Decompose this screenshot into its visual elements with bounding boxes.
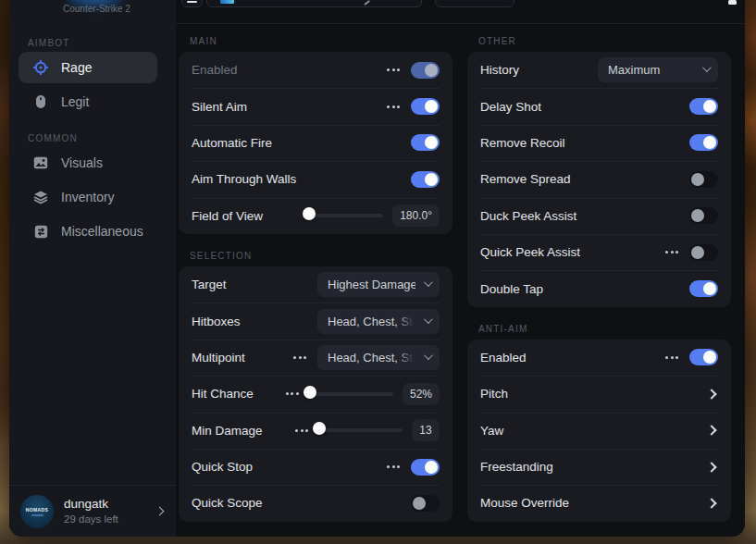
window-control-icon[interactable] (728, 0, 737, 5)
anti-aim-enabled-toggle[interactable] (689, 349, 718, 365)
remove-spread-toggle[interactable] (689, 171, 718, 188)
sidebar-item-legit[interactable]: Legit (19, 86, 157, 117)
card-selection: Target Highest Damage Hitboxes Head, Che… (179, 266, 452, 522)
weapon-icon (220, 0, 234, 4)
chevron-down-icon (424, 278, 433, 287)
section-label-selection: SELECTION (190, 251, 452, 261)
content-area: MAIN Enabled Silent Aim Automatic Fire (176, 0, 745, 537)
silent-aim-toggle[interactable] (411, 98, 440, 115)
setting-row-enabled: Enabled (179, 52, 452, 88)
enabled-toggle[interactable] (411, 62, 440, 79)
history-select[interactable]: Maximum (598, 57, 718, 82)
chevron-down-icon (702, 63, 712, 72)
setting-row-yaw[interactable]: Yaw (467, 413, 731, 449)
options-dots-icon[interactable] (387, 462, 400, 472)
setting-row-history: History Maximum (467, 52, 731, 88)
setting-row-mouse-override[interactable]: Mouse Override (467, 485, 731, 521)
setting-row-duck-peek-assist: Duck Peek Assist (467, 198, 731, 234)
delay-shot-toggle[interactable] (689, 98, 718, 115)
card-anti-aim: Enabled Pitch Yaw Freestanding (467, 340, 731, 522)
chevron-down-icon (424, 351, 433, 360)
hit-chance-slider[interactable] (310, 392, 403, 396)
options-dots-icon[interactable] (387, 65, 400, 75)
setting-row-hit-chance: Hit Chance 52% (179, 376, 452, 412)
setting-row-hitboxes: Hitboxes Head, Chest, Stom (179, 303, 452, 339)
quick-stop-toggle[interactable] (411, 459, 440, 476)
secondary-dropdown[interactable] (435, 0, 514, 7)
double-tap-toggle[interactable] (689, 280, 718, 297)
hit-chance-value: 52% (403, 383, 440, 405)
card-other: History Maximum Delay Shot Remove Recoil… (467, 52, 731, 307)
sidebar-item-rage[interactable]: Rage (19, 52, 157, 83)
min-damage-slider[interactable] (319, 428, 412, 432)
slider-knob[interactable] (303, 207, 316, 220)
min-damage-value: 13 (412, 419, 440, 441)
options-dots-icon[interactable] (665, 247, 678, 257)
game-label: Counter-Strike 2 (63, 4, 130, 14)
column-right: OTHER History Maximum Delay Shot Remove … (467, 24, 731, 522)
field-of-view-value: 180.0° (392, 204, 440, 227)
quick-scope-toggle[interactable] (411, 495, 440, 512)
chevron-right-icon[interactable] (706, 498, 716, 508)
layers-icon (33, 190, 48, 204)
config-dropdown[interactable] (206, 0, 422, 7)
user-name: dungatk (64, 497, 118, 513)
quick-peek-assist-toggle[interactable] (689, 244, 718, 261)
sidebar-section-common: COMMON (28, 133, 176, 143)
setting-row-quick-peek-assist: Quick Peek Assist (467, 234, 731, 270)
options-dots-icon[interactable] (665, 352, 678, 363)
avatar: NOMADS (20, 495, 54, 528)
sidebar-item-label: Visuals (61, 155, 103, 170)
slider-knob[interactable] (304, 386, 316, 399)
chevron-down-icon (424, 315, 433, 324)
chevron-right-icon[interactable] (706, 389, 716, 399)
chevron-right-icon[interactable] (706, 462, 716, 472)
sidebar: Counter-Strike 2 AIMBOT Rage Legit COMMO… (9, 0, 176, 537)
options-dots-icon[interactable] (286, 389, 299, 399)
chevron-right-icon[interactable] (706, 426, 716, 436)
setting-row-freestanding[interactable]: Freestanding (467, 449, 731, 485)
field-of-view-slider[interactable] (309, 214, 392, 217)
section-label-anti-aim: ANTI-AIM (478, 324, 731, 334)
subscription-days: 29 days left (64, 513, 118, 525)
cheat-menu-window: Counter-Strike 2 AIMBOT Rage Legit COMMO… (9, 0, 745, 537)
setting-row-anti-aim-enabled: Enabled (467, 340, 731, 376)
automatic-fire-toggle[interactable] (411, 134, 440, 151)
sidebar-item-label: Rage (61, 60, 92, 75)
setting-row-remove-recoil: Remove Recoil (467, 125, 731, 161)
crosshair-icon (33, 60, 48, 75)
avatar-sub-mark (31, 514, 43, 516)
logo-block: Counter-Strike 2 (9, 0, 176, 22)
setting-row-remove-spread: Remove Spread (467, 161, 731, 197)
sidebar-section-aimbot: AIMBOT (28, 38, 176, 48)
options-dots-icon[interactable] (293, 352, 306, 363)
setting-row-min-damage: Min Damage 13 (179, 413, 452, 449)
topbar (176, 0, 745, 24)
remove-recoil-toggle[interactable] (689, 134, 718, 151)
user-profile[interactable]: NOMADS dungatk 29 days left (9, 485, 176, 537)
column-left: MAIN Enabled Silent Aim Automatic Fire (179, 24, 452, 522)
hitboxes-select[interactable]: Head, Chest, Stom (317, 309, 440, 334)
slider-knob[interactable] (313, 422, 326, 435)
chevron-right-icon[interactable] (155, 507, 165, 516)
sidebar-item-miscellaneous[interactable]: Miscellaneous (19, 216, 157, 247)
duck-peek-assist-toggle[interactable] (689, 207, 718, 224)
aim-through-walls-toggle[interactable] (411, 171, 440, 188)
menu-button[interactable] (181, 0, 203, 7)
sidebar-item-inventory[interactable]: Inventory (19, 181, 157, 213)
setting-row-automatic-fire: Automatic Fire (179, 125, 452, 161)
setting-row-double-tap: Double Tap (467, 270, 731, 306)
options-dots-icon[interactable] (387, 102, 400, 112)
target-select[interactable]: Highest Damage (317, 272, 440, 297)
setting-row-delay-shot: Delay Shot (467, 88, 731, 124)
user-meta: dungatk 29 days left (64, 497, 118, 525)
mouse-icon (33, 94, 48, 109)
sidebar-item-label: Inventory (61, 190, 115, 204)
multipoint-select[interactable]: Head, Chest, Stom (317, 345, 440, 370)
setting-row-quick-stop: Quick Stop (179, 449, 452, 485)
sidebar-item-visuals[interactable]: Visuals (19, 147, 157, 179)
widgets-icon (33, 224, 48, 239)
options-dots-icon[interactable] (295, 426, 308, 436)
setting-row-silent-aim: Silent Aim (179, 88, 452, 124)
setting-row-pitch[interactable]: Pitch (467, 376, 731, 412)
